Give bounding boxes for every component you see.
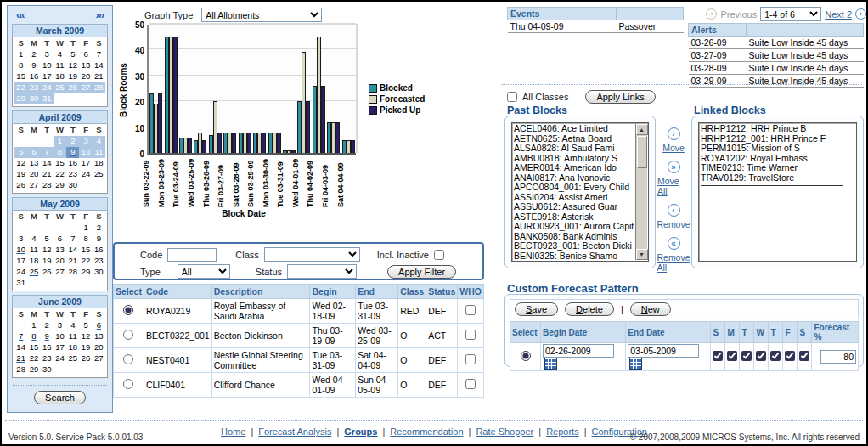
calendar-day[interactable]: 22 [27, 353, 40, 364]
calendar-day[interactable]: 28 [41, 180, 54, 191]
calendar-day[interactable]: 10 [79, 147, 92, 158]
footer-link-home[interactable]: Home [221, 426, 245, 437]
calendar-day[interactable]: 4 [66, 320, 79, 331]
day-checkbox-4[interactable] [770, 351, 781, 361]
calendar-day[interactable]: 5 [66, 49, 79, 60]
calendar-day[interactable]: 25 [27, 267, 40, 278]
bar-picked-up[interactable] [188, 138, 192, 153]
calendar-day[interactable]: 1 [54, 136, 66, 147]
calendar-day[interactable]: 11 [54, 60, 66, 71]
calendar-day[interactable]: 30 [66, 180, 79, 191]
calendar-day[interactable]: 15 [54, 158, 66, 169]
bar-picked-up[interactable] [306, 101, 310, 153]
calendar-day[interactable]: 14 [66, 245, 79, 256]
past-block-option[interactable]: ALSA0828: Al Saud Fami [514, 144, 646, 154]
search-button[interactable]: Search [34, 391, 86, 404]
calendar-day[interactable]: 1 [27, 320, 40, 331]
calendar-picker-icon[interactable] [629, 358, 642, 370]
calendar-day[interactable]: 22 [79, 256, 92, 267]
calendar-day[interactable]: 5 [79, 320, 92, 331]
calendar-day[interactable]: 18 [66, 342, 79, 353]
calendar-day[interactable]: 10 [54, 331, 66, 342]
bar-picked-up[interactable] [247, 133, 251, 153]
calendar-day[interactable]: 9 [27, 60, 40, 71]
bar-picked-up[interactable] [232, 133, 236, 153]
calendar-day[interactable]: 4 [27, 234, 40, 245]
calendar-day[interactable]: 2 [41, 320, 54, 331]
calendar-day[interactable]: 12 [41, 245, 54, 256]
past-block-option[interactable]: ACEL0406: Ace Limited [514, 124, 646, 134]
calendar-day[interactable]: 2 [66, 136, 79, 147]
bar-picked-up[interactable] [217, 133, 222, 153]
calendar-day[interactable]: 23 [66, 169, 79, 180]
calendar-day[interactable]: 24 [41, 82, 54, 93]
class-select[interactable] [264, 247, 360, 262]
calendar-day[interactable]: 11 [66, 331, 79, 342]
calendar-day[interactable]: 27 [79, 82, 92, 93]
row-select-radio[interactable] [123, 379, 133, 389]
calendar-day[interactable]: 31 [14, 278, 27, 289]
past-block-option[interactable]: ASSU0612: Assured Guar [514, 202, 646, 212]
calendar-day[interactable]: 14 [14, 342, 27, 353]
calendar-day[interactable]: 18 [54, 71, 66, 82]
next-icon[interactable]: › [855, 8, 866, 20]
day-checkbox-6[interactable] [799, 351, 809, 361]
calendar-day[interactable]: 25 [93, 169, 105, 180]
calendar-day[interactable]: 22 [54, 169, 66, 180]
linked-block-option[interactable]: PERM1015: Mission of S [701, 144, 854, 154]
calendar-day[interactable]: 2 [27, 49, 40, 60]
calendar-day[interactable]: 13 [54, 245, 66, 256]
remove-all-icon[interactable]: « [668, 237, 680, 250]
calendar-day[interactable]: 16 [66, 158, 79, 169]
calendar-day[interactable]: 5 [41, 234, 54, 245]
bar-picked-up[interactable] [173, 37, 178, 153]
calendar-day[interactable]: 27 [54, 267, 66, 278]
calendar-day[interactable]: 20 [54, 256, 66, 267]
calendar-day[interactable]: 8 [54, 147, 66, 158]
calendar-day[interactable]: 8 [79, 234, 92, 245]
calendar-day[interactable]: 10 [41, 60, 54, 71]
move-all-icon[interactable]: » [668, 161, 680, 173]
calendar-day[interactable]: 1 [14, 49, 27, 60]
calendar-day[interactable]: 20 [93, 342, 105, 353]
past-block-option[interactable]: AMER0814: American Ido [514, 163, 646, 173]
calendar-day[interactable]: 28 [14, 364, 27, 375]
calendar-day[interactable]: 17 [79, 158, 92, 169]
calendar-day[interactable]: 11 [27, 245, 40, 256]
calendar-day[interactable]: 21 [66, 256, 79, 267]
bar-picked-up[interactable] [202, 140, 206, 153]
linked-block-option[interactable]: TRAV0129: TravelStore [701, 173, 854, 183]
cfp-select-radio[interactable] [521, 351, 531, 361]
apply-filter-button[interactable]: Apply Filter [387, 265, 456, 279]
calendar-day[interactable]: 19 [41, 256, 54, 267]
calendar-day[interactable]: 19 [79, 342, 92, 353]
previous-icon[interactable]: ‹ [706, 8, 717, 20]
calendar-day[interactable]: 13 [79, 60, 92, 71]
calendar-day[interactable]: 25 [66, 353, 79, 364]
past-block-option[interactable]: AURO0923_001: Aurora Capit [514, 222, 646, 232]
calendar-day[interactable]: 22 [14, 82, 27, 93]
calendar-day[interactable]: 18 [93, 158, 105, 169]
calendar-day[interactable]: 27 [93, 353, 105, 364]
calendar-day[interactable]: 12 [14, 158, 27, 169]
who-checkbox[interactable] [465, 354, 476, 364]
apply-links-button[interactable]: Apply Links [585, 90, 655, 104]
row-select-radio[interactable] [123, 305, 133, 315]
end-date-input[interactable] [628, 344, 699, 358]
calendar-day[interactable]: 21 [14, 353, 27, 364]
calendar-day[interactable]: 9 [66, 147, 79, 158]
day-checkbox-3[interactable] [756, 351, 766, 361]
calendar-day[interactable]: 24 [54, 353, 66, 364]
scroll-up-icon[interactable]: ▲ [636, 124, 648, 135]
calendar-day[interactable]: 19 [14, 169, 27, 180]
calendar-picker-icon[interactable] [544, 358, 557, 370]
move-link[interactable]: Move [662, 143, 685, 153]
calendar-day[interactable]: 26 [66, 82, 79, 93]
all-classes-checkbox[interactable] [507, 92, 517, 102]
bar-picked-up[interactable] [158, 93, 162, 153]
calendar-day[interactable]: 15 [27, 342, 40, 353]
calendar-day[interactable]: 19 [66, 71, 79, 82]
move-all-link[interactable]: Move All [657, 176, 690, 196]
calendar-day[interactable]: 26 [14, 180, 27, 191]
calendar-day[interactable]: 1 [79, 223, 92, 234]
